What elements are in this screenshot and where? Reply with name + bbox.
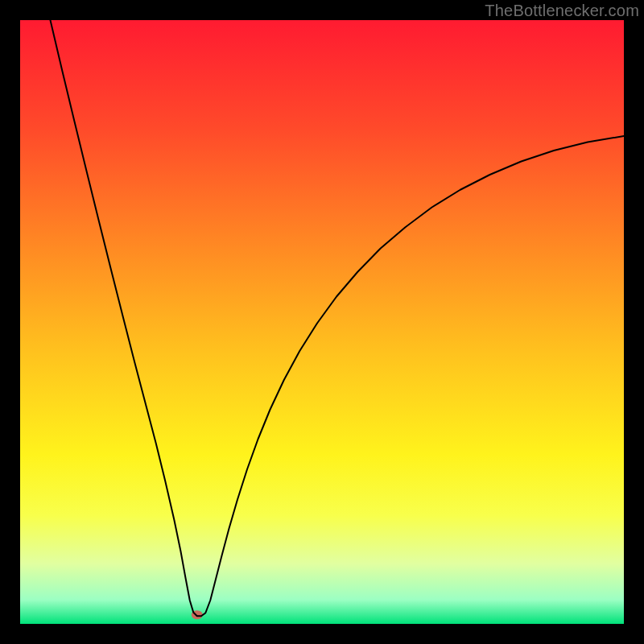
watermark-text: TheBottlenecker.com — [485, 2, 639, 20]
gradient-background — [20, 20, 624, 624]
chart-stage: TheBottlenecker.com — [0, 0, 644, 644]
chart-svg — [20, 20, 624, 624]
plot-area — [20, 20, 624, 624]
